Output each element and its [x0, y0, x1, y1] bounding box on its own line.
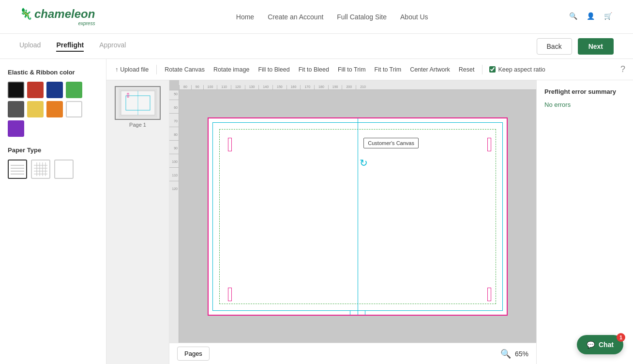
zoom-level: 65%	[515, 350, 528, 358]
ruler-mark: 110	[217, 85, 231, 89]
no-errors-status: No errors	[544, 101, 625, 108]
color-swatch-green[interactable]	[66, 82, 82, 98]
header: 🦎 chameleon express Home Create an Accou…	[0, 0, 633, 34]
zoom-out-icon[interactable]: 🔍	[500, 349, 511, 359]
reg-mark-bottom-right	[487, 288, 491, 301]
logo-name: chameleon	[34, 7, 95, 21]
paper-grid[interactable]	[31, 160, 50, 179]
rotate-canvas-button[interactable]: Rotate Canvas	[164, 64, 206, 75]
ruler-v-mark: 70	[169, 113, 179, 123]
color-swatch-yellow[interactable]	[27, 101, 44, 117]
toolbar-separator-1	[156, 65, 157, 74]
step-preflight[interactable]: Preflight	[56, 41, 84, 52]
paper-type-title: Paper Type	[8, 146, 98, 154]
color-swatch-red[interactable]	[27, 82, 44, 98]
logo-icon: 🦎	[19, 8, 32, 20]
bleed-border	[212, 122, 503, 311]
rotate-image-button[interactable]: Rotate image	[212, 64, 250, 75]
ruler-v-mark: 60	[169, 100, 179, 109]
account-icon[interactable]: 👤	[587, 12, 596, 22]
step-upload[interactable]: Upload	[19, 41, 41, 52]
ruler-mark: 170	[300, 85, 314, 89]
ruler-v-mark: 120	[169, 181, 179, 190]
ruler-v-mark: 50	[169, 90, 179, 96]
ruler-mark: 100	[203, 85, 217, 89]
paper-lined[interactable]	[8, 160, 27, 179]
logo-subtitle: express	[19, 21, 95, 26]
pages-button[interactable]: Pages	[177, 347, 210, 361]
color-swatch-navy[interactable]	[46, 82, 63, 98]
chat-button[interactable]: 💬 Chat 1	[577, 335, 623, 354]
cart-icon[interactable]: 🛒	[604, 12, 614, 22]
color-swatch-white[interactable]	[66, 101, 82, 117]
upload-file-button[interactable]: ↑ Upload file	[114, 64, 150, 75]
back-button[interactable]: Back	[537, 38, 572, 55]
page-1-container: Page 1	[115, 86, 161, 128]
ruler-mark: 150	[272, 85, 286, 89]
refresh-icon[interactable]: ↻	[360, 157, 368, 169]
steps: Upload Preflight Approval	[19, 41, 126, 52]
nav-about[interactable]: About Us	[400, 13, 428, 21]
fill-to-trim-button[interactable]: Fill to Trim	[337, 64, 367, 75]
color-swatch-black[interactable]	[8, 82, 24, 98]
canvas-area: ↑ Upload file Rotate Canvas Rotate image…	[106, 59, 633, 364]
upload-icon: ↑	[115, 66, 118, 73]
canvas-bottom-bar: Pages 🔍 65%	[169, 343, 536, 364]
reset-button[interactable]: Reset	[458, 64, 476, 75]
customers-canvas-widget[interactable]: Customer's Canvas	[363, 138, 419, 148]
ruler-v-mark: 100	[169, 154, 179, 163]
paper-blank[interactable]	[54, 160, 74, 179]
elastic-ribbon-title: Elastic & Ribbon color	[8, 69, 98, 76]
logo: 🦎 chameleon express	[19, 7, 95, 26]
fill-to-bleed-button[interactable]: Fill to Bleed	[257, 64, 290, 75]
chat-badge: 1	[617, 333, 625, 342]
nav-full-catalog[interactable]: Full Catalog Site	[337, 13, 387, 21]
chat-icon: 💬	[587, 341, 595, 349]
right-panel: Preflight error summary No errors	[536, 80, 633, 364]
center-artwork-button[interactable]: Center Artwork	[409, 64, 451, 75]
canvas-pages: Page 1	[106, 80, 169, 364]
step-actions: Back Next	[537, 38, 614, 55]
ruler-v-mark: 90	[169, 140, 179, 150]
ruler-vertical: 50 60 70 80 90 100 110 120	[169, 90, 179, 343]
page-1-thumb[interactable]	[115, 86, 161, 120]
steps-bar: Upload Preflight Approval Back Next	[0, 34, 633, 59]
reg-mark-top-left	[228, 138, 232, 151]
color-swatch-orange[interactable]	[46, 101, 63, 117]
bottom-tick-left	[350, 311, 350, 315]
canvas-main: 80 90 100 110 120 130 140 150 160 170 18…	[169, 80, 536, 364]
ruler-v-mark: 110	[169, 167, 179, 177]
step-approval[interactable]: Approval	[99, 41, 126, 52]
design-canvas[interactable]: Customer's Canvas ↻	[208, 117, 508, 316]
reg-mark-top-right	[487, 138, 491, 151]
page-1-label: Page 1	[115, 122, 161, 128]
header-icons: 🔍 👤 🛒	[569, 12, 614, 22]
color-swatch-gray[interactable]	[8, 101, 24, 117]
sidebar: Elastic & Ribbon color Paper Type	[0, 59, 106, 364]
canvas-viewport: Customer's Canvas ↻	[179, 90, 536, 343]
toolbar-separator-2	[482, 65, 482, 74]
nav: Home Create an Account Full Catalog Site…	[236, 13, 428, 21]
zoom-controls: 🔍 65%	[500, 349, 528, 359]
main-layout: Elastic & Ribbon color Paper Type ↑	[0, 59, 633, 364]
keep-aspect-input[interactable]	[489, 66, 496, 73]
customers-canvas-label: Customer's Canvas	[368, 140, 414, 146]
search-icon[interactable]: 🔍	[569, 12, 579, 22]
color-swatch-purple[interactable]	[8, 120, 24, 137]
fit-to-bleed-button[interactable]: Fit to Bleed	[298, 64, 330, 75]
ruler-mark: 120	[231, 85, 245, 89]
bottom-marks	[350, 311, 365, 315]
ruler-horizontal: 80 90 100 110 120 130 140 150 160 170 18…	[179, 80, 536, 90]
ruler-v-mark: 80	[169, 127, 179, 136]
help-icon[interactable]: ?	[620, 64, 625, 74]
nav-create-account[interactable]: Create an Account	[268, 13, 323, 21]
bottom-tick-right	[365, 311, 365, 315]
nav-home[interactable]: Home	[236, 13, 254, 21]
ruler-mark: 180	[314, 85, 328, 89]
ruler-mark: 80	[179, 85, 191, 89]
paper-types	[8, 160, 98, 179]
keep-aspect-checkbox[interactable]: Keep aspect ratio	[489, 66, 545, 73]
ruler-mark: 140	[258, 85, 272, 89]
fit-to-trim-button[interactable]: Fit to Trim	[374, 64, 403, 75]
next-button[interactable]: Next	[578, 38, 614, 55]
